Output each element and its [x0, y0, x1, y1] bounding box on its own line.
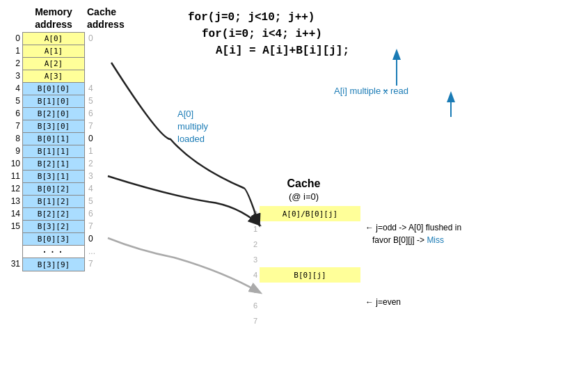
cache-4: 4 [87, 82, 106, 95]
cache-1 [87, 45, 106, 57]
addr-14: 14 [7, 207, 22, 220]
cache-row-label-7: 7 [247, 317, 260, 325]
column-headers: Memoryaddress Cacheaddress [7, 6, 132, 31]
addr-31: 31 [7, 258, 22, 270]
memory-col-header: Memoryaddress [22, 6, 85, 31]
cache-0: 0 [87, 32, 106, 45]
data-column: A[0] A[1] A[2] A[3] B[0][0] B[1][0] B[2]… [22, 32, 85, 271]
data-a1: A[1] [23, 45, 84, 58]
cache-row-label-0: 0 [247, 209, 260, 218]
cache-row-5 [260, 283, 360, 298]
data-b00: B[0][0] [23, 83, 84, 95]
cache-rows-container: 0 A[0]/B[0][j] 1 2 3 4 B[0][j] 5 6 7 [247, 206, 360, 328]
cache-row-6-wrapper: 6 [247, 298, 360, 313]
miss-annotation: ← j=odd -> A[0] flushed in favor B[0][j]… [365, 221, 461, 246]
cache-row-7-wrapper: 7 [247, 313, 360, 328]
data-b10: B[1][0] [23, 95, 84, 108]
code-line-1: for(j=0; j<10; j++) [188, 9, 581, 26]
cache-col-header: Cacheaddress [87, 6, 106, 31]
cache-row-1-wrapper: 1 [247, 221, 360, 237]
cache-6: 6 [87, 107, 106, 120]
addr-2: 2 [7, 57, 22, 70]
cache-title: Cache [247, 177, 360, 190]
cache-row-label-1: 1 [247, 225, 260, 233]
cache-9: 1 [87, 145, 106, 157]
cache-diagram: Cache (@ i=0) 0 A[0]/B[0][j] 1 2 3 4 B[0… [247, 177, 360, 328]
cache-row-6 [260, 298, 360, 313]
cache-15: 7 [87, 220, 106, 232]
cache-row-0-wrapper: 0 A[0]/B[0][j] [247, 206, 360, 221]
cache-7: 7 [87, 120, 106, 132]
cache-row-3 [260, 252, 360, 267]
memory-table: 0 1 2 3 4 5 6 7 8 9 10 11 12 13 14 15 31 [7, 32, 132, 271]
addr-6: 6 [7, 107, 22, 120]
address-column: 0 1 2 3 4 5 6 7 8 9 10 11 12 13 14 15 31 [7, 32, 22, 271]
cache-16: 0 [87, 232, 106, 245]
arrow-ai-svg [376, 47, 418, 93]
data-b01: B[0][1] [23, 133, 84, 145]
cache-3 [87, 70, 106, 82]
addr-11: 11 [7, 170, 22, 182]
memory-section: Memoryaddress Cacheaddress 0 1 2 3 4 5 6… [7, 6, 132, 374]
addr-5: 5 [7, 95, 22, 107]
cache-5: 5 [87, 95, 106, 107]
cache-row-4-wrapper: 4 B[0][j] [247, 267, 360, 283]
cache-row-4: B[0][j] [260, 267, 360, 283]
data-b11: B[1][1] [23, 145, 84, 158]
a0-loaded-annotation: A[0]multiplyloaded [177, 108, 208, 146]
cache-row-5-wrapper: 5 [247, 283, 360, 298]
data-b21: B[2][1] [23, 158, 84, 171]
cache-31: 7 [87, 258, 106, 270]
data-b20: B[2][0] [23, 108, 84, 120]
addr-7: 7 [7, 120, 22, 132]
data-b32: B[3][2] [23, 221, 84, 233]
cache-11: 3 [87, 170, 106, 182]
cache-row-label-6: 6 [247, 301, 260, 310]
cache-row-label-4: 4 [247, 271, 260, 279]
right-section: for(j=0; j<10; j++) for(i=0; i<4; i++) A… [146, 6, 581, 374]
cache-14: 6 [87, 207, 106, 220]
cache-row-1 [260, 221, 360, 237]
data-b03: B[0][3] [23, 233, 84, 246]
addr-8: 8 [7, 132, 22, 145]
cache-dots: ... [87, 245, 106, 258]
addr-15: 15 [7, 220, 22, 232]
data-b39: B[3][9] [23, 258, 84, 271]
data-a3: A[3] [23, 70, 84, 83]
addr-4: 4 [7, 82, 22, 95]
data-b22: B[2][2] [23, 208, 84, 221]
cache-row-0: A[0]/B[0][j] [260, 206, 360, 221]
cache-row-3-wrapper: 3 [247, 252, 360, 267]
cache-13: 5 [87, 195, 106, 207]
code-line-2: for(i=0; i<4; i++) [188, 26, 581, 42]
addr-10: 10 [7, 157, 22, 170]
data-a2: A[2] [23, 58, 84, 70]
cache-10: 2 [87, 157, 106, 170]
addr-12: 12 [7, 182, 22, 195]
addr-0: 0 [7, 32, 22, 45]
cache-12: 4 [87, 182, 106, 195]
addr-blank [7, 232, 22, 245]
cache-8: 0 [87, 132, 106, 145]
data-b12: B[1][2] [23, 196, 84, 208]
cache-row-label-5: 5 [247, 286, 260, 294]
addr-9: 9 [7, 145, 22, 157]
data-dots: ··· [23, 246, 84, 258]
cache-header-text: Cacheaddress [87, 6, 106, 31]
cache-row-2-wrapper: 2 [247, 237, 360, 252]
cache-2 [87, 57, 106, 70]
data-b30: B[3][0] [23, 120, 84, 133]
cache-row-label-2: 2 [247, 240, 260, 248]
cache-row-2 [260, 237, 360, 252]
memory-header-text: Memoryaddress [22, 6, 85, 31]
addr-3: 3 [7, 70, 22, 82]
addr-1: 1 [7, 45, 22, 57]
cache-row-7 [260, 313, 360, 328]
cache-subtitle: (@ i=0) [247, 191, 360, 202]
jeven-annotation: ← j=even [365, 297, 401, 307]
data-b02: B[0][2] [23, 183, 84, 196]
cache-addr-column: 0 4 5 6 7 0 1 2 3 4 5 6 7 0 ... 7 [87, 32, 106, 271]
data-b31: B[3][1] [23, 171, 84, 183]
addr-13: 13 [7, 195, 22, 207]
cache-row-label-3: 3 [247, 255, 260, 264]
